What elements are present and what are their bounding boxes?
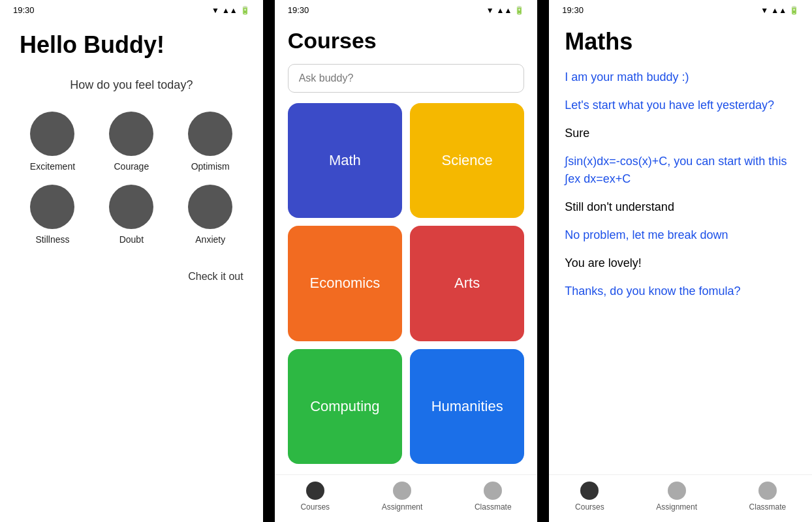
status-icons-1: ▼ ▲▲ 🔋 [211, 6, 250, 15]
feel-prompt: How do you feel today? [70, 78, 193, 92]
emotion-courage[interactable]: Courage [99, 112, 164, 172]
nav-assignment-3[interactable]: Assignment [656, 482, 697, 512]
time-2: 19:30 [288, 5, 309, 15]
nav-assignment-2[interactable]: Assignment [382, 482, 423, 512]
separator-2 [537, 0, 549, 522]
bottom-nav-3: Courses Assignment Classmate [549, 474, 812, 522]
course-math-label: Math [329, 152, 361, 169]
battery-icon-2: 🔋 [514, 6, 524, 15]
nav-label-courses-2: Courses [300, 502, 330, 512]
signal-icon-2: ▲▲ [497, 6, 512, 15]
emotion-label-stillness: Stillness [35, 234, 69, 245]
chat-msg-2: Sure [565, 125, 796, 142]
nav-dot-courses-3 [580, 482, 599, 500]
emotion-anxiety[interactable]: Anxiety [178, 185, 243, 245]
nav-label-classmate-2: Classmate [475, 502, 512, 512]
nav-courses-2[interactable]: Courses [300, 482, 330, 512]
status-icons-3: ▼ ▲▲ 🔋 [760, 6, 799, 15]
wifi-icon-2: ▼ [486, 6, 494, 15]
status-bar-2: 19:30 ▼ ▲▲ 🔋 [275, 0, 538, 18]
status-icons-2: ▼ ▲▲ 🔋 [486, 6, 525, 15]
search-input[interactable] [288, 64, 525, 93]
course-arts[interactable]: Arts [410, 226, 524, 341]
nav-dot-courses-2 [306, 482, 324, 500]
screen-welcome: 19:30 ▼ ▲▲ 🔋 Hello Buddy! How do you fee… [0, 0, 263, 522]
emotion-label-courage: Courage [114, 161, 149, 172]
signal-icon-3: ▲▲ [771, 6, 787, 15]
welcome-content: Hello Buddy! How do you feel today? Exci… [0, 18, 263, 522]
courses-content: Courses Math Science Economics Arts Comp… [275, 18, 538, 474]
nav-classmate-3[interactable]: Classmate [749, 482, 787, 512]
course-economics[interactable]: Economics [288, 226, 402, 341]
emotion-circle-doubt [109, 185, 153, 229]
nav-dot-assignment-2 [393, 482, 411, 500]
chat-msg-5: No problem, let me break down [565, 226, 796, 244]
nav-dot-assignment-3 [668, 482, 686, 500]
courses-grid: Math Science Economics Arts Computing Hu… [288, 103, 525, 464]
emotion-circle-courage [109, 112, 153, 156]
screen-courses: 19:30 ▼ ▲▲ 🔋 Courses Math Science Econom… [275, 0, 538, 522]
emotion-circle-anxiety [188, 185, 232, 229]
wifi-icon-3: ▼ [760, 6, 768, 15]
emotion-label-doubt: Doubt [119, 234, 144, 245]
signal-icon: ▲▲ [222, 6, 238, 15]
nav-label-classmate-3: Classmate [749, 502, 787, 512]
screen-maths: 19:30 ▼ ▲▲ 🔋 Maths I am your math buddy … [549, 0, 812, 522]
chat-msg-0: I am your math buddy :) [565, 69, 796, 86]
nav-label-courses-3: Courses [575, 502, 604, 512]
welcome-title: Hello Buddy! [20, 31, 164, 59]
bottom-nav-2: Courses Assignment Classmate [275, 474, 538, 522]
separator-1 [263, 0, 275, 522]
nav-label-assignment-2: Assignment [382, 502, 423, 512]
emotion-excitement[interactable]: Excitement [20, 112, 86, 172]
nav-dot-classmate-2 [484, 482, 502, 500]
battery-icon-3: 🔋 [789, 6, 799, 15]
emotion-grid: Excitement Courage Optimism Stillness Do… [20, 112, 243, 245]
course-computing-label: Computing [310, 398, 379, 415]
emotion-stillness[interactable]: Stillness [20, 185, 86, 245]
course-computing[interactable]: Computing [288, 349, 402, 464]
check-it-out-button[interactable]: Check it out [188, 271, 243, 283]
emotion-label-optimism: Optimism [191, 161, 230, 172]
emotion-label-anxiety: Anxiety [195, 234, 225, 245]
battery-icon: 🔋 [240, 6, 250, 15]
time-1: 19:30 [13, 5, 35, 15]
course-science[interactable]: Science [410, 103, 524, 218]
chat-msg-7: Thanks, do you know the fomula? [565, 283, 796, 300]
status-bar-3: 19:30 ▼ ▲▲ 🔋 [549, 0, 812, 18]
nav-courses-3[interactable]: Courses [575, 482, 604, 512]
emotion-label-excitement: Excitement [30, 161, 75, 172]
emotion-doubt[interactable]: Doubt [99, 185, 164, 245]
chat-msg-6: You are lovely! [565, 254, 796, 272]
course-arts-label: Arts [454, 275, 480, 292]
emotion-circle-excitement [30, 112, 74, 156]
maths-content: Maths I am your math buddy :) Let's star… [549, 18, 812, 474]
nav-classmate-2[interactable]: Classmate [475, 482, 512, 512]
course-humanities-label: Humanities [431, 398, 503, 415]
chat-msg-1: Let's start what you have left yesterday… [565, 97, 796, 114]
emotion-optimism[interactable]: Optimism [178, 112, 243, 172]
courses-title: Courses [288, 28, 525, 54]
wifi-icon: ▼ [211, 6, 219, 15]
emotion-circle-optimism [188, 112, 232, 156]
nav-dot-classmate-3 [758, 482, 777, 500]
maths-title: Maths [565, 28, 796, 55]
emotion-circle-stillness [30, 185, 74, 229]
course-economics-label: Economics [310, 275, 381, 292]
status-bar-1: 19:30 ▼ ▲▲ 🔋 [0, 0, 263, 18]
course-science-label: Science [442, 152, 493, 169]
course-math[interactable]: Math [288, 103, 402, 218]
chat-msg-3: ∫sin(x)dx=-cos(x)+C, you can start with … [565, 153, 796, 188]
chat-msg-4: Still don't understand [565, 198, 796, 216]
time-3: 19:30 [562, 5, 584, 15]
nav-label-assignment-3: Assignment [656, 502, 697, 512]
course-humanities[interactable]: Humanities [410, 349, 524, 464]
